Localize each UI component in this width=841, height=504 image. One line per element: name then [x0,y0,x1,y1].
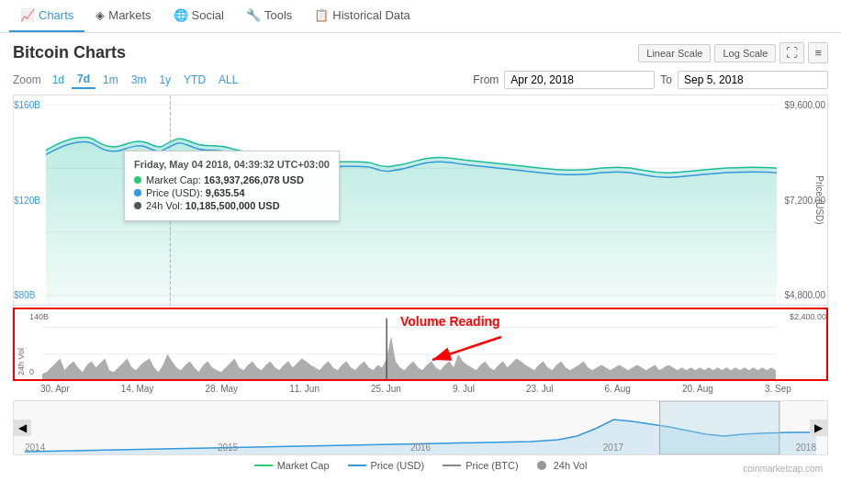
date-range: From To [473,71,828,89]
to-date-input[interactable] [678,71,828,89]
legend-24h-vol: 24h Vol [537,460,588,471]
volume-chart[interactable]: 24h Vol 140B 0 Volume Reading [13,308,828,381]
volume-reading-label: Volume Reading [400,314,500,329]
legend-market-cap: Market Cap [254,460,330,471]
legend-price-btc-label: Price (BTC) [465,460,518,471]
nav-markets[interactable]: ◈ Markets [84,0,162,32]
x-label-9: 3. Sep [765,384,791,394]
zoom-1d[interactable]: 1d [47,72,70,88]
legend-market-cap-line [254,465,273,466]
vol-y-right: $2,400.00 [779,312,826,321]
markets-icon: ◈ [95,8,105,22]
zoom-3m[interactable]: 3m [126,72,152,88]
from-label: From [473,73,499,86]
price-usd-dot [134,189,141,196]
x-label-5: 9. Jul [453,384,475,394]
historical-icon: 📋 [314,8,329,22]
mini-label-2014: 2014 [25,442,45,453]
x-label-8: 20. Aug [682,384,713,394]
zoom-7d[interactable]: 7d [72,71,95,89]
zoom-controls: Zoom 1d 7d 1m 3m 1y YTD ALL [13,71,243,89]
nav-social[interactable]: 🌐 Social [163,0,235,32]
linear-scale-button[interactable]: Linear Scale [638,44,711,62]
mini-chart[interactable]: ◀ 2014 2015 2016 2017 2018 ▶ [13,400,828,455]
legend-vol-label: 24h Vol [554,460,588,471]
tooltip-item-2: 24h Vol: 10,185,500,000 USD [134,200,330,211]
x-label-1: 14. May [121,384,154,394]
chart-container: $160B $120B $80B [13,95,828,476]
tooltip-price-label: Price (USD): 9,635.54 [146,187,245,198]
legend-vol-dot [537,461,546,470]
tools-icon: 🔧 [246,8,261,22]
x-label-7: 6. Aug [605,384,631,394]
price-axis-label: Price (USD) [814,175,824,224]
top-navigation: 📈 Charts ◈ Markets 🌐 Social 🔧 Tools 📋 Hi… [0,0,841,33]
mini-chart-labels: 2014 2015 2016 2017 2018 [25,442,816,453]
market-cap-dot [134,176,141,184]
volume-y-label: 24h Vol [17,311,26,375]
nav-tools[interactable]: 🔧 Tools [235,0,303,32]
zoom-1m[interactable]: 1m [97,72,124,88]
tooltip-vol-label: 24h Vol: 10,185,500,000 USD [146,200,280,211]
page-title: Bitcoin Charts [13,43,126,62]
to-label: To [660,73,672,86]
menu-button[interactable]: ≡ [808,42,828,63]
y-axis-left: $160B $120B $80B [14,95,50,305]
y-left-bot: $80B [14,290,50,300]
legend-price-usd: Price (USD) [348,460,425,471]
tooltip-market-cap-label: Market Cap: 163,937,266,078 USD [146,174,304,185]
main-price-chart[interactable]: $160B $120B $80B [13,95,828,306]
scroll-left-button[interactable]: ◀ [14,420,31,436]
x-label-4: 25. Jun [371,384,401,394]
social-icon: 🌐 [174,8,188,22]
scroll-right-button[interactable]: ▶ [810,420,827,436]
y-left-mid: $120B [14,196,50,206]
legend-price-usd-line [348,465,366,466]
vol-y-bot: 0 [29,367,34,376]
tooltip-item-0: Market Cap: 163,937,266,078 USD [134,174,330,185]
x-axis-labels: 30. Apr 14. May 28. May 11. Jun 25. Jun … [13,381,828,397]
mini-label-2015: 2015 [218,442,238,453]
header-row: Bitcoin Charts Linear Scale Log Scale ⛶ … [13,42,828,63]
y-left-top: $160B [14,100,50,110]
tooltip-title: Friday, May 04 2018, 04:39:32 UTC+03:00 [134,159,330,170]
vol-dot [134,202,141,209]
expand-button[interactable]: ⛶ [779,42,804,63]
legend-price-usd-label: Price (USD) [371,460,425,471]
from-date-input[interactable] [504,71,655,89]
x-label-6: 23. Jul [526,384,553,394]
log-scale-button[interactable]: Log Scale [714,44,776,62]
mini-label-2018: 2018 [796,442,816,453]
nav-charts[interactable]: 📈 Charts [9,0,84,32]
zoom-1y[interactable]: 1y [153,72,176,88]
watermark: coinmarketcap.com [743,464,823,474]
chart-legend: Market Cap Price (USD) Price (BTC) 24h V… [13,455,828,476]
zoom-label: Zoom [13,73,41,86]
mini-label-2016: 2016 [410,442,431,453]
x-label-0: 30. Apr [40,384,70,394]
scale-buttons: Linear Scale Log Scale ⛶ ≡ [638,42,828,63]
x-label-3: 11. Jun [289,384,320,394]
controls-row: Zoom 1d 7d 1m 3m 1y YTD ALL From To [13,71,828,89]
x-label-2: 28. May [205,384,238,394]
legend-price-btc: Price (BTC) [443,460,518,471]
y-right-bot: $4,800.00 [779,290,825,300]
legend-market-cap-label: Market Cap [277,460,330,471]
nav-historical[interactable]: 📋 Historical Data [303,0,421,32]
mini-label-2017: 2017 [603,442,623,453]
chart-tooltip: Friday, May 04 2018, 04:39:32 UTC+03:00 … [124,151,340,221]
legend-price-btc-line [443,465,461,466]
y-right-top: $9,600.00 [779,100,825,110]
charts-icon: 📈 [20,8,35,22]
tooltip-item-1: Price (USD): 9,635.54 [134,187,330,198]
main-content: Bitcoin Charts Linear Scale Log Scale ⛶ … [0,33,841,485]
zoom-ytd[interactable]: YTD [178,72,211,88]
zoom-all[interactable]: ALL [213,72,243,88]
